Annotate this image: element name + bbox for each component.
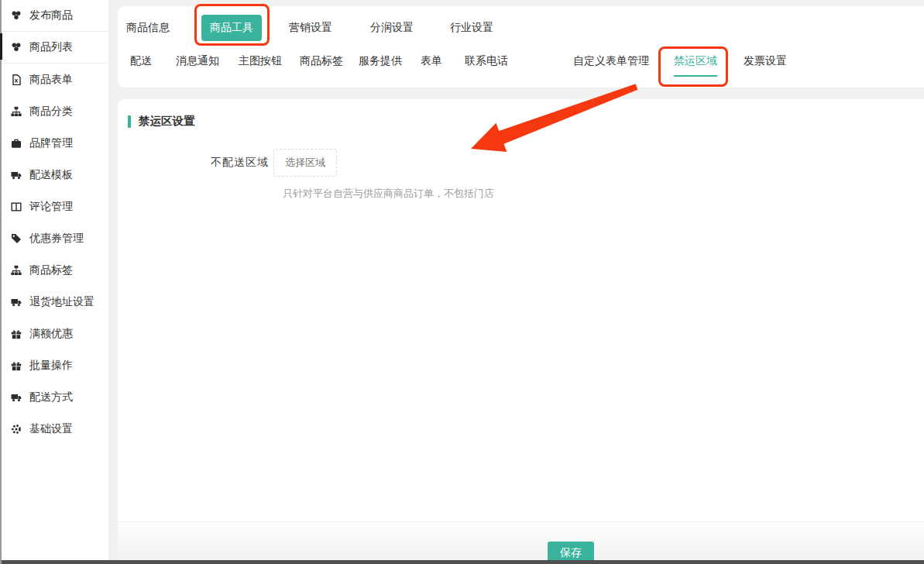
tab-invoice-settings[interactable]: 发票设置 — [744, 54, 787, 75]
no-delivery-area-label: 不配送区域 — [211, 156, 269, 170]
tab-service-provision[interactable]: 服务提供 — [359, 54, 402, 75]
no-delivery-area-row: 不配送区域 选择区域 — [211, 149, 924, 177]
gift-icon — [11, 328, 22, 339]
sidebar-item-batch-operations[interactable]: 批量操作 — [0, 349, 108, 381]
content-panel: 禁运区设置 不配送区域 选择区域 只针对平台自营与供应商商品订单，不包括门店 保… — [118, 99, 924, 564]
sidebar-item-label: 品牌管理 — [29, 136, 73, 150]
sitemap-icon — [11, 106, 22, 117]
sidebar-item-label: 基础设置 — [29, 422, 73, 436]
primary-tab-row: 商品信息 商品工具 营销设置 分润设置 行业设置 — [118, 6, 924, 50]
sidebar-active-indicator — [0, 33, 2, 60]
tab-industry-settings[interactable]: 行业设置 — [450, 21, 493, 35]
sidebar-item-basic-settings[interactable]: 基础设置 — [0, 413, 108, 445]
sidebar-item-product-category[interactable]: 商品分类 — [0, 95, 108, 127]
truck-icon — [11, 392, 22, 403]
tab-product-tools[interactable]: 商品工具 — [201, 15, 262, 41]
tab-form[interactable]: 表单 — [421, 54, 442, 75]
sidebar-item-label: 商品表单 — [29, 73, 73, 87]
sitemap-icon — [11, 265, 22, 276]
window-bottom-edge — [0, 560, 924, 564]
tab-main-image-button[interactable]: 主图按钮 — [239, 54, 282, 75]
cubes-icon — [11, 42, 22, 53]
gear-icon — [11, 424, 22, 435]
tab-message-notification[interactable]: 消息通知 — [176, 54, 219, 75]
truck-icon — [11, 170, 22, 181]
sidebar-item-brand-management[interactable]: 品牌管理 — [0, 127, 108, 159]
tab-delivery[interactable]: 配送 — [130, 54, 152, 75]
sidebar-item-label: 商品分类 — [29, 105, 73, 119]
secondary-tab-row: 配送 消息通知 主图按钮 商品标签 服务提供 表单 联系电话 自定义表单管理 禁… — [118, 54, 924, 77]
footer-bar: 保存 — [118, 521, 924, 564]
sidebar-item-product-form[interactable]: 商品表单 — [0, 64, 108, 95]
columns-icon — [11, 201, 22, 212]
sidebar-item-label: 满额优惠 — [29, 327, 73, 341]
truck-icon — [11, 297, 22, 308]
sidebar-item-return-address-settings[interactable]: 退货地址设置 — [0, 286, 108, 318]
title-accent-bar — [128, 115, 131, 128]
briefcase-icon — [11, 138, 22, 149]
sidebar-item-label: 发布商品 — [29, 9, 73, 22]
sidebar-item-publish-product[interactable]: 发布商品 — [0, 0, 108, 32]
sidebar-item-coupon-management[interactable]: 优惠券管理 — [0, 222, 108, 254]
sidebar-item-label: 评论管理 — [29, 200, 73, 214]
sidebar-item-label: 商品标签 — [29, 263, 73, 277]
tab-product-info[interactable]: 商品信息 — [126, 21, 170, 35]
sidebar-item-product-list[interactable]: 商品列表 — [0, 32, 108, 64]
file-excel-icon — [11, 74, 22, 85]
sidebar-item-product-tags[interactable]: 商品标签 — [0, 254, 108, 286]
tab-marketing-settings[interactable]: 营销设置 — [289, 21, 332, 35]
sidebar-item-label: 商品列表 — [29, 40, 73, 54]
sidebar-item-full-discount[interactable]: 满额优惠 — [0, 318, 108, 349]
tab-contact-phone[interactable]: 联系电话 — [465, 54, 508, 75]
sidebar-item-comment-management[interactable]: 评论管理 — [0, 191, 108, 222]
sidebar-item-label: 配送方式 — [29, 390, 73, 404]
tabs-panel: 商品信息 商品工具 营销设置 分润设置 行业设置 配送 消息通知 主图按钮 商品… — [118, 6, 924, 88]
sidebar-item-label: 优惠券管理 — [29, 232, 84, 246]
tab-embargo-area[interactable]: 禁运区域 — [674, 54, 717, 77]
cubes-icon — [11, 10, 22, 21]
section-title: 禁运区设置 — [118, 114, 924, 129]
sidebar-item-label: 退货地址设置 — [29, 295, 94, 309]
tab-custom-form-management[interactable]: 自定义表单管理 — [573, 54, 649, 75]
tab-profit-settings[interactable]: 分润设置 — [370, 21, 414, 35]
window-left-edge — [0, 0, 2, 564]
help-text: 只针对平台自营与供应商商品订单，不包括门店 — [283, 187, 924, 201]
gift-icon — [11, 360, 22, 371]
tab-product-tags[interactable]: 商品标签 — [300, 54, 343, 75]
sidebar: 发布商品 商品列表 商品表单 商品分类 品牌管理 配送模板 评论管理 优惠券管理… — [0, 0, 108, 564]
sidebar-item-label: 批量操作 — [29, 359, 73, 373]
sidebar-item-delivery-method[interactable]: 配送方式 — [0, 381, 108, 413]
sidebar-item-delivery-template[interactable]: 配送模板 — [0, 159, 108, 191]
select-region-button[interactable]: 选择区域 — [273, 149, 337, 177]
tag-icon — [11, 233, 22, 244]
sidebar-item-label: 配送模板 — [29, 168, 73, 182]
section-title-text: 禁运区设置 — [139, 114, 195, 129]
